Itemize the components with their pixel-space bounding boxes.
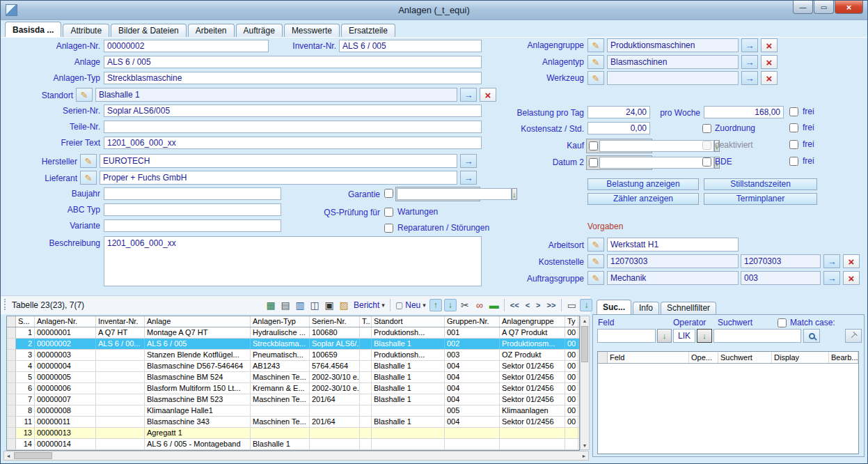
table-row[interactable]: 800000008Klimaanlage Halle1005Klimaanlag… xyxy=(7,405,579,417)
suchwert-field[interactable] xyxy=(713,329,801,343)
anlagentyp-goto-arrow-icon[interactable]: → xyxy=(741,55,758,69)
terminplaner-button[interactable]: Terminplaner xyxy=(704,193,817,205)
scroll-left-icon[interactable]: ◄ xyxy=(4,451,13,460)
frei1-checkbox[interactable] xyxy=(789,107,798,116)
table-row[interactable]: 200000002ALS 6 / 00...ALS 6 / 005Streckb… xyxy=(7,339,579,350)
report-folder-icon[interactable]: ▨ xyxy=(338,299,350,311)
print-options-icon[interactable]: ▥ xyxy=(294,299,306,311)
kostenstelle-nr-field[interactable] xyxy=(741,254,821,268)
column-header-ty[interactable]: Ty xyxy=(565,316,578,327)
search-tab-info[interactable]: Info xyxy=(633,302,659,314)
search-tab-schnellfilter[interactable]: Schnellfilter xyxy=(661,302,716,314)
anlage-field[interactable] xyxy=(104,56,482,68)
tab-arbeiten[interactable]: Arbeiten xyxy=(188,24,235,37)
kauf-checkbox[interactable] xyxy=(589,141,598,150)
kostensatz-field[interactable] xyxy=(587,122,650,134)
beschreibung-field[interactable]: 1201_006_000_xx xyxy=(104,236,482,286)
main-table-hscrollbar[interactable]: ◄ ► xyxy=(3,451,589,461)
werkzeug-field[interactable] xyxy=(607,71,739,85)
stillstandszeiten-button[interactable]: Stillstandszeiten xyxy=(704,178,817,190)
filter-column-header-ope[interactable]: Ope... xyxy=(689,352,718,363)
table-row[interactable]: 700000007Blasmaschine BM 523Maschinen Te… xyxy=(7,394,579,405)
column-header-anlagengruppe[interactable]: Anlagengruppe xyxy=(500,316,565,327)
kostenstelle-edit-pencil-icon[interactable]: ✎ xyxy=(587,254,604,268)
pin-panel-button[interactable]: ⊣ xyxy=(845,329,862,343)
serien-nr-field[interactable] xyxy=(104,105,482,117)
anlagengruppe-field[interactable] xyxy=(607,38,739,52)
nav-first-button[interactable]: << xyxy=(508,301,521,309)
anlagentyp-field[interactable] xyxy=(607,55,739,69)
column-header-inventar-nr[interactable]: Inventar-Nr. xyxy=(96,316,145,327)
lieferant-goto-arrow-icon[interactable]: → xyxy=(460,171,477,185)
operator-dropdown-arrow-icon[interactable]: ↓ xyxy=(697,329,712,343)
table-row[interactable]: 500000005Blasmaschine BM 524Maschinen Te… xyxy=(7,372,579,383)
column-header-t[interactable]: T.. xyxy=(360,316,372,327)
frei3-checkbox[interactable] xyxy=(789,140,798,149)
table-row[interactable]: 1400000014ALS 6 / 005 - MontagebandBlash… xyxy=(7,439,579,450)
qs-reparaturen-checkbox[interactable] xyxy=(384,224,393,233)
print-icon[interactable]: ▤ xyxy=(279,299,292,311)
feld-field[interactable] xyxy=(597,329,656,343)
cut-icon[interactable]: ✂ xyxy=(459,299,471,311)
table-row[interactable]: 300000003Stanzen Blende Kotflügel...Pneu… xyxy=(7,350,579,361)
qs-wartungen-checkbox[interactable] xyxy=(384,208,393,217)
column-header-s[interactable]: S... xyxy=(16,316,35,327)
filter-column-header-feld[interactable]: Feld xyxy=(608,352,689,363)
auftragsgruppe-edit-pencil-icon[interactable]: ✎ xyxy=(587,271,604,285)
table-row[interactable]: 1300000013Agregatt 1 xyxy=(7,428,579,439)
hscroll-thumb[interactable] xyxy=(14,452,52,459)
column-header-anlagen-nr[interactable]: Anlagen-Nr. xyxy=(35,316,96,327)
belastung-woche-field[interactable] xyxy=(704,106,784,118)
tab-bilder-dateien[interactable]: Bilder & Dateien xyxy=(111,24,187,37)
form-view-icon[interactable]: ▭ xyxy=(565,299,578,311)
anlagentyp-clear-icon[interactable]: × xyxy=(761,55,778,69)
teile-nr-field[interactable] xyxy=(104,121,482,133)
garantie-dropdown-arrow-icon[interactable]: ↓ xyxy=(512,188,517,200)
lieferant-field[interactable] xyxy=(100,171,457,185)
tab-attribute[interactable]: Attribute xyxy=(63,24,109,37)
kostenstelle-goto-arrow-icon[interactable]: → xyxy=(823,254,840,268)
link-icon[interactable]: ∞ xyxy=(473,299,486,311)
feld-dropdown-arrow-icon[interactable]: ↓ xyxy=(657,329,672,343)
arbeitsort-edit-pencil-icon[interactable]: ✎ xyxy=(587,238,604,252)
maximize-button[interactable]: ▭ xyxy=(814,1,834,14)
insert-row-icon[interactable]: ▬ xyxy=(488,299,500,311)
inventar-nr-field[interactable] xyxy=(339,40,482,52)
match-case-checkbox[interactable] xyxy=(778,318,787,327)
werkzeug-clear-icon[interactable]: × xyxy=(761,71,778,85)
print-preview-icon[interactable]: ◫ xyxy=(308,299,321,311)
datum2-date-field[interactable] xyxy=(599,157,714,169)
nav-prev-button[interactable]: < xyxy=(523,301,532,309)
standort-field[interactable] xyxy=(95,88,457,102)
garantie-checkbox[interactable] xyxy=(384,189,393,198)
column-header-gruppen-nr[interactable]: Gruppen-Nr. xyxy=(445,316,500,327)
scroll-right-icon[interactable]: ► xyxy=(580,451,588,460)
werkzeug-edit-pencil-icon[interactable]: ✎ xyxy=(587,71,604,85)
auftragsgruppe-clear-icon[interactable]: × xyxy=(843,271,860,285)
garantie-date-field[interactable] xyxy=(397,188,512,200)
datum2-checkbox[interactable] xyxy=(589,158,598,167)
anlagengruppe-clear-icon[interactable]: × xyxy=(761,38,778,52)
vscroll-thumb[interactable] xyxy=(581,326,588,362)
filter-column-header-bearb[interactable]: Bearb... xyxy=(829,352,858,363)
auftragsgruppe-nr-field[interactable] xyxy=(741,271,821,285)
snapshot-icon[interactable]: ▣ xyxy=(323,299,336,311)
operator-field[interactable] xyxy=(673,329,695,343)
auftragsgruppe-field[interactable] xyxy=(607,271,739,285)
anlagentyp-edit-pencil-icon[interactable]: ✎ xyxy=(587,55,604,69)
hersteller-edit-pencil-icon[interactable]: ✎ xyxy=(80,154,97,168)
anlagen-nr-field[interactable] xyxy=(104,40,269,52)
belastung-anzeigen-button[interactable]: Belastung anzeigen xyxy=(587,178,699,190)
column-header-anlage[interactable]: Anlage xyxy=(145,316,251,327)
hersteller-goto-arrow-icon[interactable]: → xyxy=(460,154,477,168)
tab-auftr-ge[interactable]: Aufträge xyxy=(236,24,283,37)
standort-clear-icon[interactable]: × xyxy=(480,88,496,102)
frei4-checkbox[interactable] xyxy=(789,157,798,166)
collapse-panel-icon[interactable]: ↓ xyxy=(580,299,592,311)
table-row[interactable]: 100000001A Q7 HTMontage A Q7 HTHydraulis… xyxy=(7,327,579,339)
tab-messwerte[interactable]: Messwerte xyxy=(284,24,340,37)
standort-goto-arrow-icon[interactable]: → xyxy=(460,88,477,102)
table-row[interactable]: 600000006Blasform Multiform 150 Lt...Kre… xyxy=(7,383,579,394)
freier-text-field[interactable] xyxy=(104,137,482,149)
arbeitsort-field[interactable] xyxy=(607,238,739,252)
